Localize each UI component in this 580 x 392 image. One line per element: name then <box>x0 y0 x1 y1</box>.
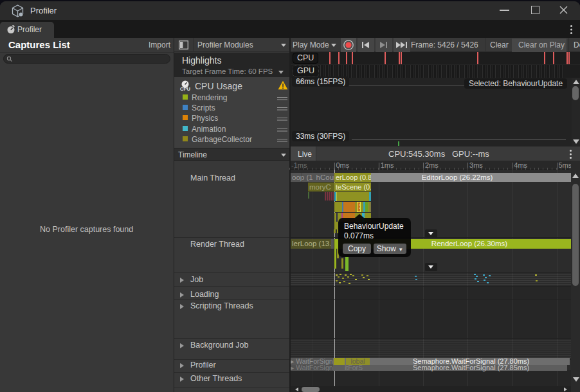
svg-text:CPU: CPU <box>180 86 190 91</box>
